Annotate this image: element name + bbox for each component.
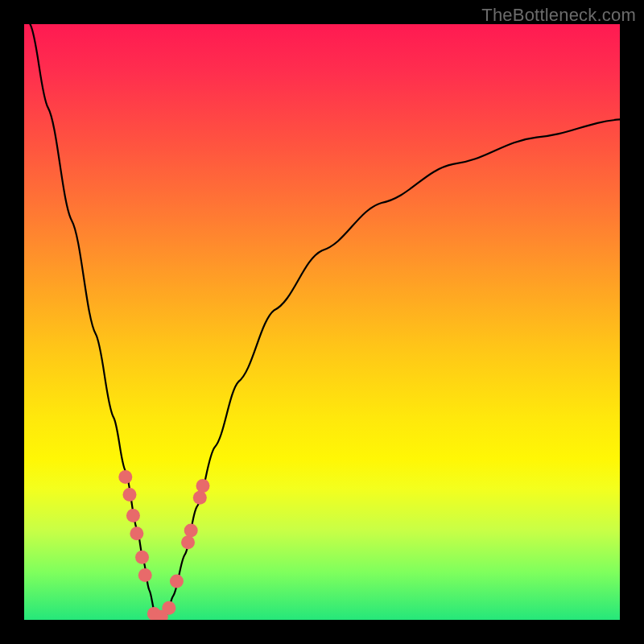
- marker-dot: [162, 601, 175, 615]
- chart-svg: [24, 24, 620, 620]
- marker-dot: [122, 488, 136, 502]
- marker-dot: [170, 574, 184, 588]
- marker-dot: [184, 524, 198, 538]
- marker-dot: [118, 470, 132, 484]
- marker-dot: [138, 568, 152, 582]
- marker-dot: [130, 526, 143, 540]
- marker-dot: [181, 535, 195, 549]
- bottleneck-curve: [30, 24, 620, 617]
- marker-dot: [135, 551, 149, 564]
- chart-plot-area: [24, 24, 620, 620]
- marker-dot: [196, 479, 210, 493]
- marker-dot: [126, 509, 140, 522]
- marker-dot: [193, 491, 207, 505]
- marker-group: [118, 470, 209, 620]
- watermark-text: TheBottleneck.com: [481, 5, 636, 26]
